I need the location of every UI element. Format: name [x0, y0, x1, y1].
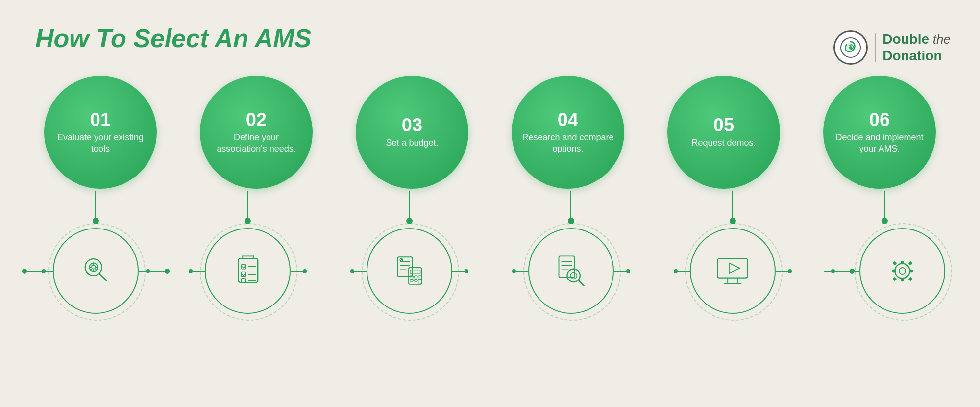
icon-bubble-row-3	[350, 228, 468, 314]
icon-bubble-1	[53, 228, 139, 314]
svg-rect-32	[410, 270, 420, 274]
icon-bubble-6	[859, 228, 945, 314]
step-col-3: 03 Set a budget.	[341, 76, 483, 189]
svg-rect-37	[414, 279, 417, 281]
svg-line-4	[99, 274, 106, 280]
step-label-6: Decide and implement your AMS.	[833, 132, 926, 155]
step-col-1: 01 Evaluate your existing tools	[29, 76, 172, 189]
svg-point-5	[92, 265, 96, 269]
step-label-1: Evaluate your existing tools	[54, 132, 147, 155]
page-title: How To Select An AMS	[35, 24, 311, 53]
svg-point-28	[400, 258, 403, 261]
svg-rect-24	[397, 257, 412, 277]
icon-col-5	[652, 191, 813, 314]
svg-line-10	[91, 264, 92, 265]
bottom-section	[24, 191, 956, 314]
svg-rect-53	[901, 260, 904, 264]
svg-line-29	[400, 259, 402, 261]
step-bubble-1: 01 Evaluate your existing tools	[44, 76, 157, 189]
svg-point-43	[567, 269, 580, 281]
step-label-3: Set a budget.	[386, 137, 438, 149]
settings-icon	[883, 252, 922, 291]
icon-bubble-2	[205, 228, 291, 314]
step-col-4: 04 Research and compare options.	[497, 76, 639, 189]
checklist-icon	[228, 252, 267, 291]
step-bubble-2: 02 Define your association's needs.	[200, 76, 313, 189]
svg-rect-46	[717, 258, 747, 278]
icon-bubble-row-5	[674, 228, 792, 314]
icon-bubble-row-4	[512, 228, 630, 314]
logo-divider	[875, 33, 876, 62]
logo-area: Double theDonation	[833, 30, 951, 65]
icon-col-4	[490, 191, 652, 314]
icon-bubble-row-6	[824, 228, 945, 314]
svg-rect-54	[901, 278, 904, 281]
icon-col-2	[167, 191, 328, 314]
step-bubble-5: 05 Request demos.	[667, 76, 780, 189]
svg-rect-22	[241, 278, 245, 282]
logo-text: Double theDonation	[882, 31, 951, 64]
step-number-1: 01	[90, 110, 111, 129]
svg-point-52	[899, 267, 905, 274]
svg-line-12	[96, 264, 97, 265]
svg-rect-60	[908, 277, 912, 281]
step-number-2: 02	[246, 110, 267, 129]
icon-bubble-4	[528, 228, 614, 314]
svg-rect-20	[241, 272, 245, 276]
icon-col-3	[328, 191, 490, 314]
svg-line-44	[578, 280, 584, 285]
step-number-6: 06	[869, 110, 890, 129]
research-icon	[551, 252, 590, 291]
vert-connector-1	[93, 191, 99, 228]
step-bubble-3: 03 Set a budget.	[356, 76, 468, 189]
svg-line-13	[91, 269, 92, 270]
step-col-2: 02 Define your association's needs.	[185, 76, 327, 189]
budget-icon	[390, 252, 429, 291]
svg-rect-14	[239, 258, 258, 282]
steps-container: 01 Evaluate your existing tools 02 Defin…	[29, 76, 951, 189]
step-bubble-6: 06 Decide and implement your AMS.	[823, 76, 936, 189]
svg-rect-35	[418, 275, 422, 278]
svg-line-11	[96, 269, 97, 270]
logo-circle	[833, 30, 868, 65]
svg-line-30	[400, 259, 402, 261]
icon-bubble-row-2	[189, 228, 307, 314]
icon-bubble-row-1	[22, 228, 170, 314]
svg-marker-50	[729, 263, 740, 273]
svg-point-51	[895, 263, 909, 278]
svg-rect-58	[908, 261, 912, 265]
svg-point-2	[85, 259, 102, 276]
svg-point-1	[849, 46, 852, 49]
step-label-2: Define your association's needs.	[210, 132, 303, 155]
svg-rect-18	[241, 264, 245, 269]
step-number-3: 03	[402, 116, 422, 134]
step-label-4: Research and compare options.	[521, 132, 614, 155]
svg-rect-31	[409, 267, 421, 284]
svg-rect-34	[414, 275, 417, 278]
icon-bubble-3	[367, 228, 452, 314]
svg-rect-36	[410, 279, 414, 281]
step-col-5: 05 Request demos.	[653, 76, 795, 189]
svg-rect-39	[559, 256, 575, 277]
svg-rect-33	[410, 275, 414, 278]
step-col-6: 06 Decide and implement your AMS.	[808, 76, 951, 189]
video-icon	[713, 252, 752, 291]
step-number-5: 05	[713, 116, 734, 134]
svg-rect-55	[892, 269, 896, 272]
step-bubble-4: 04 Research and compare options.	[512, 76, 624, 189]
svg-rect-38	[418, 279, 422, 283]
svg-rect-59	[892, 277, 897, 281]
svg-rect-56	[909, 269, 913, 272]
svg-point-3	[89, 263, 98, 271]
step-number-4: 04	[558, 110, 578, 129]
icon-bubble-5	[690, 228, 776, 314]
icon-col-1	[24, 191, 167, 314]
svg-rect-57	[892, 261, 897, 265]
step-label-5: Request demos.	[691, 137, 756, 149]
search-gear-icon	[76, 252, 115, 291]
icon-col-6	[813, 191, 956, 314]
svg-point-45	[570, 272, 577, 279]
